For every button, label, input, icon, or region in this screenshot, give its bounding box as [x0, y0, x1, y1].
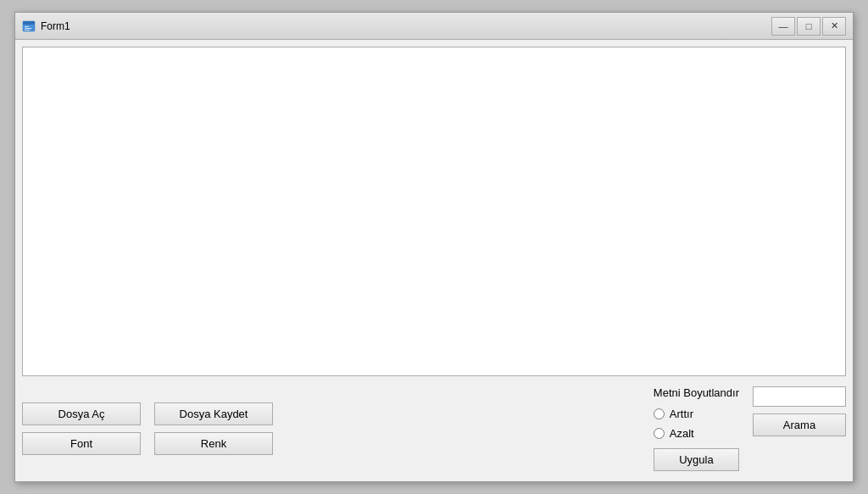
radio-row-azalt: Azalt [654, 427, 739, 440]
arama-button[interactable]: Arama [753, 414, 846, 436]
button-row-top: Dosya Aç Dosya Kaydet [22, 402, 273, 425]
search-group: Arama [753, 386, 846, 436]
maximize-button[interactable]: □ [797, 17, 821, 36]
minimize-button[interactable]: — [771, 17, 795, 36]
font-button[interactable]: Font [22, 432, 141, 455]
renk-button[interactable]: Renk [154, 432, 273, 455]
bottom-panel: Dosya Aç Dosya Kaydet Font Renk Metni Bo… [22, 383, 846, 475]
title-bar-left: Form1 [22, 19, 70, 33]
window-title: Form1 [41, 20, 70, 32]
title-bar-controls: — □ ✕ [771, 17, 846, 36]
dosya-kaydet-button[interactable]: Dosya Kaydet [154, 402, 273, 425]
radio-arttir-label: Arttır [670, 408, 693, 420]
window-body: Dosya Aç Dosya Kaydet Font Renk Metni Bo… [15, 40, 853, 481]
radio-azalt[interactable] [654, 428, 665, 439]
uygula-button[interactable]: Uygula [654, 448, 739, 471]
radio-row-arttir: Arttır [654, 408, 739, 420]
radio-arttir[interactable] [654, 408, 665, 419]
main-textarea[interactable] [23, 47, 845, 375]
resize-group: Metni Boyutlandır Arttır Azalt Uygula [654, 386, 739, 471]
buttons-left: Dosya Aç Dosya Kaydet Font Renk [22, 402, 273, 455]
resize-label: Metni Boyutlandır [654, 386, 739, 399]
dosya-ac-button[interactable]: Dosya Aç [22, 402, 141, 425]
main-window: Form1 — □ ✕ Dosya Aç Dosya Kaydet Font R… [14, 12, 854, 482]
svg-rect-1 [23, 21, 35, 25]
radio-azalt-label: Azalt [670, 427, 694, 440]
svg-rect-2 [25, 26, 29, 27]
svg-rect-4 [25, 30, 30, 31]
right-panel: Metni Boyutlandır Arttır Azalt Uygula Ar… [654, 386, 846, 471]
button-row-bottom: Font Renk [22, 432, 273, 455]
title-bar: Form1 — □ ✕ [15, 13, 853, 40]
form-icon [22, 19, 36, 33]
svg-rect-3 [25, 28, 31, 29]
search-input[interactable] [753, 386, 846, 407]
close-button[interactable]: ✕ [822, 17, 846, 36]
text-area-container [22, 47, 846, 376]
